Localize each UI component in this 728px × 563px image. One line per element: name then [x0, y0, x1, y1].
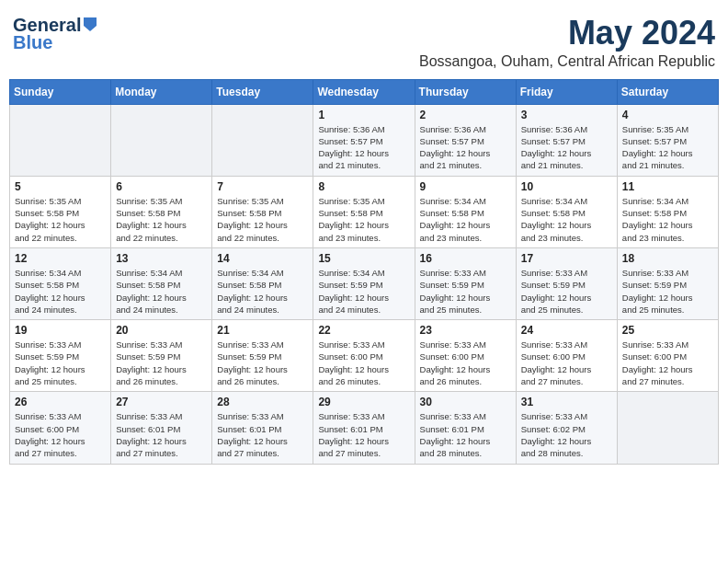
calendar-cell [111, 104, 212, 176]
calendar-cell: 30Sunrise: 5:33 AMSunset: 6:01 PMDayligh… [415, 392, 516, 464]
calendar-cell: 9Sunrise: 5:34 AMSunset: 5:58 PMDaylight… [415, 176, 516, 247]
weekday-header-wednesday: Wednesday [313, 79, 415, 104]
day-info: Sunrise: 5:34 AMSunset: 5:58 PMDaylight:… [15, 267, 106, 316]
day-info: Sunrise: 5:33 AMSunset: 6:01 PMDaylight:… [217, 410, 308, 459]
calendar-cell: 26Sunrise: 5:33 AMSunset: 6:00 PMDayligh… [10, 392, 111, 464]
day-info: Sunrise: 5:33 AMSunset: 5:59 PMDaylight:… [116, 339, 207, 387]
day-info: Sunrise: 5:33 AMSunset: 5:59 PMDaylight:… [15, 339, 106, 387]
weekday-header-sunday: Sunday [10, 79, 111, 104]
day-info: Sunrise: 5:35 AMSunset: 5:58 PMDaylight:… [116, 195, 207, 244]
day-info: Sunrise: 5:36 AMSunset: 5:57 PMDaylight:… [318, 123, 409, 172]
day-number: 3 [521, 109, 612, 121]
calendar-cell: 15Sunrise: 5:34 AMSunset: 5:59 PMDayligh… [313, 247, 415, 319]
day-info: Sunrise: 5:33 AMSunset: 6:00 PMDaylight:… [622, 339, 713, 387]
day-info: Sunrise: 5:34 AMSunset: 5:58 PMDaylight:… [420, 195, 511, 244]
calendar-cell: 27Sunrise: 5:33 AMSunset: 6:01 PMDayligh… [111, 392, 212, 464]
title-block: May 2024 Bossangoa, Ouham, Central Afric… [419, 15, 715, 70]
logo-icon [82, 16, 98, 32]
day-number: 16 [420, 252, 511, 265]
day-number: 31 [521, 396, 612, 408]
day-number: 12 [15, 252, 106, 265]
day-number: 11 [622, 180, 713, 193]
day-number: 21 [217, 324, 308, 337]
day-number: 1 [318, 109, 409, 121]
calendar-cell: 19Sunrise: 5:33 AMSunset: 5:59 PMDayligh… [10, 320, 111, 392]
calendar-body: 1Sunrise: 5:36 AMSunset: 5:57 PMDaylight… [10, 104, 719, 464]
calendar-cell: 10Sunrise: 5:34 AMSunset: 5:58 PMDayligh… [516, 176, 617, 247]
day-info: Sunrise: 5:35 AMSunset: 5:58 PMDaylight:… [217, 195, 308, 244]
day-number: 17 [521, 252, 612, 265]
calendar-cell [617, 392, 718, 464]
calendar-cell: 1Sunrise: 5:36 AMSunset: 5:57 PMDaylight… [313, 104, 415, 176]
weekday-header-friday: Friday [516, 79, 617, 104]
day-info: Sunrise: 5:34 AMSunset: 5:58 PMDaylight:… [521, 195, 612, 244]
day-info: Sunrise: 5:34 AMSunset: 5:59 PMDaylight:… [318, 267, 409, 316]
day-number: 18 [622, 252, 713, 265]
calendar-cell: 24Sunrise: 5:33 AMSunset: 6:00 PMDayligh… [516, 320, 617, 392]
calendar-table: SundayMondayTuesdayWednesdayThursdayFrid… [9, 79, 719, 465]
day-number: 15 [318, 252, 409, 265]
day-number: 30 [420, 396, 511, 408]
logo: General Blue [13, 15, 98, 53]
calendar-cell: 23Sunrise: 5:33 AMSunset: 6:00 PMDayligh… [415, 320, 516, 392]
day-number: 23 [420, 324, 511, 337]
calendar-week-4: 19Sunrise: 5:33 AMSunset: 5:59 PMDayligh… [10, 320, 719, 392]
day-info: Sunrise: 5:33 AMSunset: 5:59 PMDaylight:… [622, 267, 713, 316]
day-number: 9 [420, 180, 511, 193]
calendar-cell: 13Sunrise: 5:34 AMSunset: 5:58 PMDayligh… [111, 247, 212, 319]
day-info: Sunrise: 5:33 AMSunset: 5:59 PMDaylight:… [420, 267, 511, 316]
day-info: Sunrise: 5:33 AMSunset: 6:01 PMDaylight:… [420, 410, 511, 459]
day-number: 8 [318, 180, 409, 193]
calendar-cell: 8Sunrise: 5:35 AMSunset: 5:58 PMDaylight… [313, 176, 415, 247]
calendar-week-1: 1Sunrise: 5:36 AMSunset: 5:57 PMDaylight… [10, 104, 719, 176]
day-info: Sunrise: 5:33 AMSunset: 6:00 PMDaylight:… [521, 339, 612, 387]
day-number: 24 [521, 324, 612, 337]
day-info: Sunrise: 5:36 AMSunset: 5:57 PMDaylight:… [521, 123, 612, 172]
day-number: 7 [217, 180, 308, 193]
day-number: 29 [318, 396, 409, 408]
calendar-cell: 6Sunrise: 5:35 AMSunset: 5:58 PMDaylight… [111, 176, 212, 247]
calendar-cell: 11Sunrise: 5:34 AMSunset: 5:58 PMDayligh… [617, 176, 718, 247]
calendar-cell: 18Sunrise: 5:33 AMSunset: 5:59 PMDayligh… [617, 247, 718, 319]
calendar-cell: 7Sunrise: 5:35 AMSunset: 5:58 PMDaylight… [212, 176, 313, 247]
day-number: 19 [15, 324, 106, 337]
page-header: General Blue May 2024 Bossangoa, Ouham, … [9, 9, 719, 75]
calendar-cell: 29Sunrise: 5:33 AMSunset: 6:01 PMDayligh… [313, 392, 415, 464]
day-info: Sunrise: 5:34 AMSunset: 5:58 PMDaylight:… [116, 267, 207, 316]
calendar-cell: 31Sunrise: 5:33 AMSunset: 6:02 PMDayligh… [516, 392, 617, 464]
logo-text-blue: Blue [13, 32, 52, 53]
month-title: May 2024 [419, 15, 715, 52]
calendar-cell [10, 104, 111, 176]
day-info: Sunrise: 5:33 AMSunset: 6:02 PMDaylight:… [521, 410, 612, 459]
day-number: 25 [622, 324, 713, 337]
day-number: 14 [217, 252, 308, 265]
calendar-header: SundayMondayTuesdayWednesdayThursdayFrid… [10, 79, 719, 104]
calendar-cell: 5Sunrise: 5:35 AMSunset: 5:58 PMDaylight… [10, 176, 111, 247]
day-number: 4 [622, 109, 713, 121]
day-number: 22 [318, 324, 409, 337]
day-info: Sunrise: 5:33 AMSunset: 6:00 PMDaylight:… [420, 339, 511, 387]
calendar-cell: 17Sunrise: 5:33 AMSunset: 5:59 PMDayligh… [516, 247, 617, 319]
day-number: 27 [116, 396, 207, 408]
location-title: Bossangoa, Ouham, Central African Republ… [419, 53, 715, 70]
day-number: 13 [116, 252, 207, 265]
day-info: Sunrise: 5:33 AMSunset: 6:01 PMDaylight:… [116, 410, 207, 459]
day-info: Sunrise: 5:33 AMSunset: 5:59 PMDaylight:… [521, 267, 612, 316]
day-info: Sunrise: 5:33 AMSunset: 6:01 PMDaylight:… [318, 410, 409, 459]
weekday-header-monday: Monday [111, 79, 212, 104]
day-number: 10 [521, 180, 612, 193]
day-info: Sunrise: 5:33 AMSunset: 5:59 PMDaylight:… [217, 339, 308, 387]
weekday-header-saturday: Saturday [617, 79, 718, 104]
day-info: Sunrise: 5:34 AMSunset: 5:58 PMDaylight:… [622, 195, 713, 244]
day-number: 6 [116, 180, 207, 193]
calendar-cell: 20Sunrise: 5:33 AMSunset: 5:59 PMDayligh… [111, 320, 212, 392]
day-number: 2 [420, 109, 511, 121]
calendar-cell: 14Sunrise: 5:34 AMSunset: 5:58 PMDayligh… [212, 247, 313, 319]
day-number: 28 [217, 396, 308, 408]
day-number: 26 [15, 396, 106, 408]
calendar-cell: 4Sunrise: 5:35 AMSunset: 5:57 PMDaylight… [617, 104, 718, 176]
day-info: Sunrise: 5:36 AMSunset: 5:57 PMDaylight:… [420, 123, 511, 172]
day-info: Sunrise: 5:35 AMSunset: 5:57 PMDaylight:… [622, 123, 713, 172]
calendar-week-3: 12Sunrise: 5:34 AMSunset: 5:58 PMDayligh… [10, 247, 719, 319]
day-number: 20 [116, 324, 207, 337]
